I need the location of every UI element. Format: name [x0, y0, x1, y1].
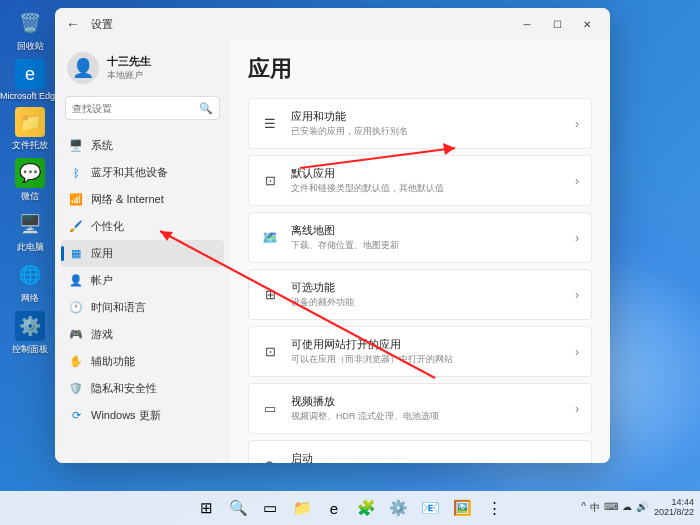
search-box[interactable]: 🔍	[65, 96, 220, 120]
taskbar-icon-7[interactable]: 📧	[416, 494, 444, 522]
tray-icon-3[interactable]: ☁	[622, 501, 632, 515]
nav-item-10[interactable]: ⟳Windows 更新	[61, 402, 224, 429]
titlebar: ← 设置 ─ ☐ ✕	[55, 8, 610, 40]
desktop-icon-label: 此电脑	[17, 241, 44, 254]
card-sub: 可以在应用（而非浏览器）中打开的网站	[291, 353, 563, 366]
main-content: 应用 ☰应用和功能已安装的应用，应用执行别名›⊡默认应用文件和链接类型的默认值，…	[230, 40, 610, 463]
desktop-icon-0[interactable]: 🗑️回收站	[8, 8, 52, 53]
taskbar-icon-2[interactable]: ▭	[256, 494, 284, 522]
nav-label: 时间和语言	[91, 300, 146, 315]
nav-icon: 🎮	[69, 328, 83, 342]
taskbar-icon-9[interactable]: ⋮	[480, 494, 508, 522]
settings-card-2[interactable]: 🗺️离线地图下载、存储位置、地图更新›	[248, 212, 592, 263]
card-icon: ▭	[261, 400, 279, 418]
card-title: 启动	[291, 451, 563, 463]
nav-item-8[interactable]: ✋辅助功能	[61, 348, 224, 375]
card-icon: ⟳	[261, 457, 279, 464]
sidebar: 👤 十三先生 本地账户 🔍 🖥️系统ᛒ蓝牙和其他设备📶网络 & Internet…	[55, 40, 230, 463]
nav-item-6[interactable]: 🕐时间和语言	[61, 294, 224, 321]
back-button[interactable]: ←	[63, 14, 83, 34]
nav-item-5[interactable]: 👤帐户	[61, 267, 224, 294]
maximize-button[interactable]: ☐	[542, 10, 572, 38]
nav-label: 系统	[91, 138, 113, 153]
desktop-icon-label: Microsoft Edge	[0, 91, 60, 101]
user-sub: 本地账户	[107, 69, 151, 82]
desktop-icon-glyph: 🗑️	[15, 8, 45, 38]
desktop-icon-label: 控制面板	[12, 343, 48, 356]
desktop-icon-glyph: 🌐	[15, 260, 45, 290]
taskbar-icon-6[interactable]: ⚙️	[384, 494, 412, 522]
minimize-button[interactable]: ─	[512, 10, 542, 38]
card-icon: 🗺️	[261, 229, 279, 247]
chevron-right-icon: ›	[575, 288, 579, 302]
card-title: 离线地图	[291, 223, 563, 238]
card-title: 应用和功能	[291, 109, 563, 124]
desktop-icon-5[interactable]: 🌐网络	[8, 260, 52, 305]
chevron-right-icon: ›	[575, 117, 579, 131]
card-icon: ⊞	[261, 286, 279, 304]
nav-item-0[interactable]: 🖥️系统	[61, 132, 224, 159]
taskbar-icon-5[interactable]: 🧩	[352, 494, 380, 522]
settings-card-1[interactable]: ⊡默认应用文件和链接类型的默认值，其他默认值›	[248, 155, 592, 206]
tray-icon-0[interactable]: ^	[581, 501, 586, 515]
settings-card-6[interactable]: ⟳启动登录时自动启动的应用程序›	[248, 440, 592, 463]
desktop-icon-glyph: 🖥️	[15, 209, 45, 239]
card-title: 默认应用	[291, 166, 563, 181]
nav-item-4[interactable]: ▦应用	[61, 240, 224, 267]
nav-item-7[interactable]: 🎮游戏	[61, 321, 224, 348]
desktop-icon-4[interactable]: 🖥️此电脑	[8, 209, 52, 254]
chevron-right-icon: ›	[575, 231, 579, 245]
chevron-right-icon: ›	[575, 345, 579, 359]
close-button[interactable]: ✕	[572, 10, 602, 38]
nav-label: 应用	[91, 246, 113, 261]
desktop-icon-label: 网络	[21, 292, 39, 305]
card-sub: 视频调整、HDR 流式处理、电池选项	[291, 410, 563, 423]
card-sub: 文件和链接类型的默认值，其他默认值	[291, 182, 563, 195]
card-sub: 下载、存储位置、地图更新	[291, 239, 563, 252]
desktop-icon-6[interactable]: ⚙️控制面板	[8, 311, 52, 356]
nav-icon: 🛡️	[69, 382, 83, 396]
nav-item-9[interactable]: 🛡️隐私和安全性	[61, 375, 224, 402]
user-account[interactable]: 👤 十三先生 本地账户	[61, 48, 224, 94]
settings-card-3[interactable]: ⊞可选功能设备的额外功能›	[248, 269, 592, 320]
desktop-icon-label: 文件托放	[12, 139, 48, 152]
tray-icon-2[interactable]: ⌨	[604, 501, 618, 515]
card-sub: 设备的额外功能	[291, 296, 563, 309]
taskbar-icon-1[interactable]: 🔍	[224, 494, 252, 522]
desktop-icon-label: 微信	[21, 190, 39, 203]
desktop-icon-1[interactable]: eMicrosoft Edge	[8, 59, 52, 101]
desktop-icon-2[interactable]: 📁文件托放	[8, 107, 52, 152]
nav-icon: 📶	[69, 193, 83, 207]
nav-icon: ⟳	[69, 409, 83, 423]
clock-date: 2021/8/22	[654, 508, 694, 518]
nav-icon: 🖥️	[69, 139, 83, 153]
settings-card-0[interactable]: ☰应用和功能已安装的应用，应用执行别名›	[248, 98, 592, 149]
desktop-icon-glyph: 📁	[15, 107, 45, 137]
tray-icon-1[interactable]: 中	[590, 501, 600, 515]
settings-card-4[interactable]: ⊡可使用网站打开的应用可以在应用（而非浏览器）中打开的网站›	[248, 326, 592, 377]
settings-card-5[interactable]: ▭视频播放视频调整、HDR 流式处理、电池选项›	[248, 383, 592, 434]
desktop-icon-label: 回收站	[17, 40, 44, 53]
desktop-icon-3[interactable]: 💬微信	[8, 158, 52, 203]
nav-label: 帐户	[91, 273, 113, 288]
user-name: 十三先生	[107, 54, 151, 69]
chevron-right-icon: ›	[575, 459, 579, 464]
card-sub: 已安装的应用，应用执行别名	[291, 125, 563, 138]
search-input[interactable]	[72, 103, 199, 114]
nav-item-2[interactable]: 📶网络 & Internet	[61, 186, 224, 213]
window-title: 设置	[91, 17, 113, 32]
taskbar-icon-0[interactable]: ⊞	[192, 494, 220, 522]
desktop-icon-glyph: ⚙️	[15, 311, 45, 341]
nav-label: Windows 更新	[91, 408, 161, 423]
nav-item-1[interactable]: ᛒ蓝牙和其他设备	[61, 159, 224, 186]
taskbar-icon-8[interactable]: 🖼️	[448, 494, 476, 522]
taskbar-icon-3[interactable]: 📁	[288, 494, 316, 522]
card-title: 可使用网站打开的应用	[291, 337, 563, 352]
tray-icon-4[interactable]: 🔊	[636, 501, 648, 515]
system-tray[interactable]: ^中⌨☁🔊 14:44 2021/8/22	[581, 498, 694, 518]
taskbar-icon-4[interactable]: e	[320, 494, 348, 522]
card-title: 可选功能	[291, 280, 563, 295]
page-title: 应用	[248, 54, 592, 84]
search-icon: 🔍	[199, 102, 213, 115]
nav-item-3[interactable]: 🖌️个性化	[61, 213, 224, 240]
